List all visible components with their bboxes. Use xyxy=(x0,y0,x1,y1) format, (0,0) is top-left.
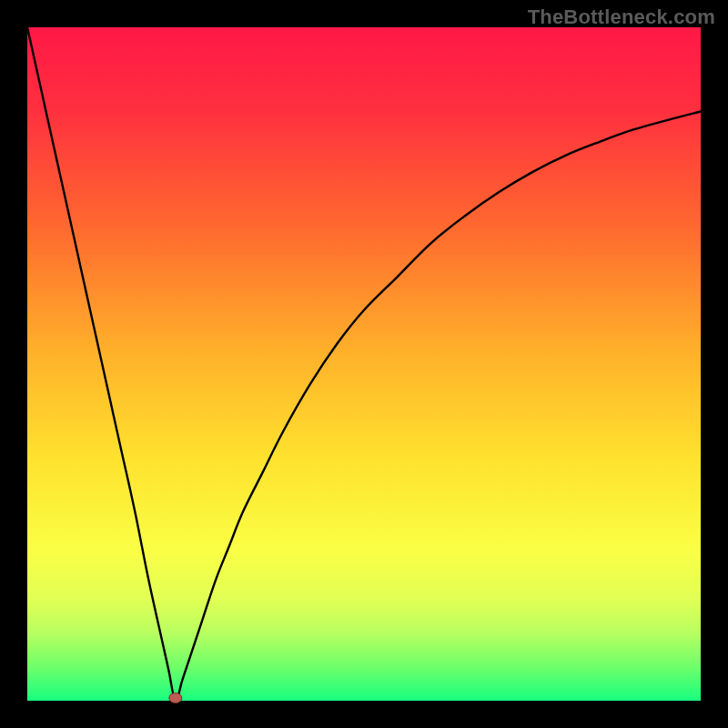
bottleneck-curve-path xyxy=(27,27,701,701)
curve-layer xyxy=(27,27,701,701)
watermark-label: TheBottleneck.com xyxy=(528,5,715,29)
optimum-marker xyxy=(169,693,182,703)
chart-frame: TheBottleneck.com xyxy=(0,0,728,728)
plot-area xyxy=(27,27,701,701)
